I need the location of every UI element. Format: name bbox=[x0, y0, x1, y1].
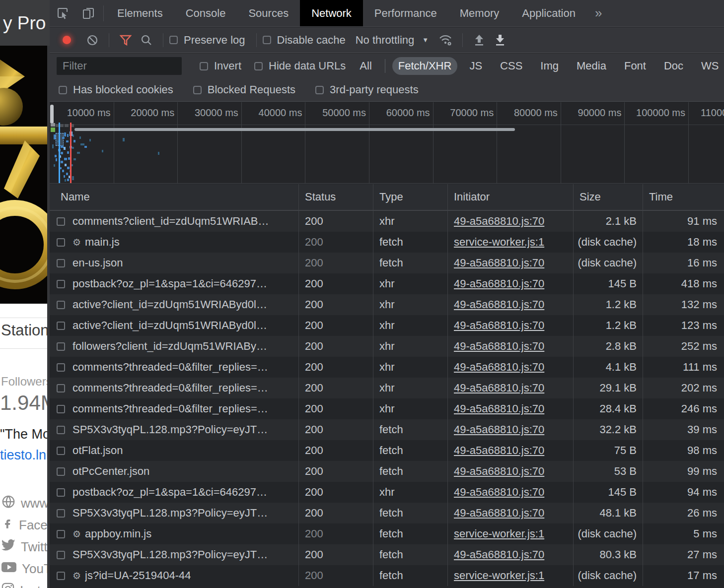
initiator-cell[interactable]: 49-a5a68810.js:70 bbox=[448, 461, 574, 482]
row-checkbox[interactable] bbox=[57, 238, 65, 247]
initiator-cell[interactable]: 49-a5a68810.js:70 bbox=[448, 211, 574, 232]
record-network-log-button[interactable] bbox=[63, 36, 71, 44]
social-link[interactable]: Faceb bbox=[1, 514, 50, 536]
request-name-cell[interactable]: ⚙appboy.min.js bbox=[50, 523, 299, 544]
table-row[interactable]: postback?oz_pl=1&spa=1&ci=646297…200xhr4… bbox=[50, 482, 724, 503]
tab-elements[interactable]: Elements bbox=[106, 0, 174, 26]
initiator-cell[interactable]: service-worker.js:1 bbox=[448, 565, 574, 586]
column-header-name[interactable]: Name bbox=[50, 184, 299, 210]
initiator-link[interactable]: 49-a5a68810.js:70 bbox=[454, 402, 544, 415]
has-blocked-cookies-checkbox[interactable]: Has blocked cookies bbox=[59, 83, 173, 96]
request-name-cell[interactable]: ⚙js?id=UA-2519404-44 bbox=[50, 565, 299, 586]
initiator-cell[interactable]: 49-a5a68810.js:70 bbox=[448, 357, 574, 378]
tab-performance[interactable]: Performance bbox=[363, 0, 448, 26]
row-checkbox[interactable] bbox=[57, 447, 65, 455]
initiator-cell[interactable]: 49-a5a68810.js:70 bbox=[448, 273, 574, 294]
table-row[interactable]: active?client_id=zdUqm51WRIAByd0l…200xhr… bbox=[50, 294, 724, 315]
request-name-cell[interactable]: SP5X3v3tyqPL.128.mp3?Policy=eyJT… bbox=[50, 503, 299, 523]
device-toolbar-icon[interactable] bbox=[75, 0, 101, 26]
row-checkbox[interactable] bbox=[57, 488, 65, 497]
request-name-cell[interactable]: SP5X3v3tyqPL.128.mp3?Policy=eyJT… bbox=[50, 544, 299, 565]
filter-type-ws[interactable]: WS bbox=[695, 57, 724, 75]
export-har-icon[interactable] bbox=[490, 30, 510, 50]
row-checkbox[interactable] bbox=[57, 280, 65, 288]
table-row[interactable]: active?client_id=zdUqm51WRIAByd0l…200xhr… bbox=[50, 315, 724, 336]
row-checkbox[interactable] bbox=[57, 363, 65, 372]
artist-link[interactable]: tiesto.lnk bbox=[0, 448, 50, 463]
initiator-link[interactable]: 49-a5a68810.js:70 bbox=[454, 382, 544, 394]
blocked-requests-checkbox[interactable]: Blocked Requests bbox=[193, 83, 295, 96]
filter-input[interactable] bbox=[57, 57, 182, 75]
network-conditions-icon[interactable] bbox=[435, 30, 456, 50]
inspect-element-icon[interactable] bbox=[50, 0, 75, 26]
table-row[interactable]: ⚙main.js200fetchservice-worker.js:1(disk… bbox=[50, 232, 724, 253]
table-row[interactable]: SP5X3v3tyqPL.128.mp3?Policy=eyJT…200fetc… bbox=[50, 544, 724, 565]
initiator-cell[interactable]: 49-a5a68810.js:70 bbox=[448, 440, 574, 461]
checkbox[interactable] bbox=[254, 62, 263, 70]
table-row[interactable]: comments?threaded=0&filter_replies=…200x… bbox=[50, 378, 724, 398]
row-checkbox[interactable] bbox=[57, 530, 65, 538]
table-row[interactable]: postback?oz_pl=1&spa=1&ci=646297…200xhr4… bbox=[50, 273, 724, 294]
initiator-link[interactable]: 49-a5a68810.js:70 bbox=[454, 298, 544, 311]
initiator-cell[interactable]: 49-a5a68810.js:70 bbox=[448, 336, 574, 357]
filter-type-js[interactable]: JS bbox=[463, 57, 488, 75]
column-header-initiator[interactable]: Initiator bbox=[448, 184, 574, 210]
initiator-cell[interactable]: 49-a5a68810.js:70 bbox=[448, 419, 574, 440]
clear-network-log-icon[interactable] bbox=[82, 30, 103, 50]
row-checkbox[interactable] bbox=[57, 551, 65, 559]
column-header-type[interactable]: Type bbox=[373, 184, 448, 210]
table-row[interactable]: en-us.json200fetch49-a5a68810.js:70(disk… bbox=[50, 253, 724, 273]
disable-cache-checkbox[interactable]: Disable cache bbox=[263, 34, 346, 47]
request-name-cell[interactable]: SP5X3v3tyqPL.128.mp3?Policy=eyJT… bbox=[50, 419, 299, 440]
social-link[interactable]: Twitte bbox=[1, 536, 50, 558]
request-name-cell[interactable]: postback?oz_pl=1&spa=1&ci=646297… bbox=[50, 273, 299, 294]
initiator-link[interactable]: 49-a5a68810.js:70 bbox=[454, 423, 544, 436]
filter-type-img[interactable]: Img bbox=[534, 57, 565, 75]
checkbox[interactable] bbox=[263, 36, 271, 44]
request-name-cell[interactable]: active?client_id=zdUqm51WRIAByd0l… bbox=[50, 315, 299, 336]
initiator-cell[interactable]: 49-a5a68810.js:70 bbox=[448, 398, 574, 419]
initiator-link[interactable]: 49-a5a68810.js:70 bbox=[454, 444, 544, 457]
table-row[interactable]: comments?threaded=0&filter_replies=…200x… bbox=[50, 357, 724, 378]
table-row[interactable]: SP5X3v3tyqPL.128.mp3?Policy=eyJT…200fetc… bbox=[50, 419, 724, 440]
initiator-cell[interactable]: service-worker.js:1 bbox=[448, 232, 574, 253]
initiator-cell[interactable]: 49-a5a68810.js:70 bbox=[448, 253, 574, 273]
request-name-cell[interactable]: comments?client_id=zdUqm51WRIAB… bbox=[50, 211, 299, 232]
row-checkbox[interactable] bbox=[57, 509, 65, 518]
row-checkbox[interactable] bbox=[57, 301, 65, 309]
initiator-link[interactable]: 49-a5a68810.js:70 bbox=[454, 548, 544, 561]
table-row[interactable]: comments?client_id=zdUqm51WRIAB…200xhr49… bbox=[50, 211, 724, 232]
initiator-cell[interactable]: 49-a5a68810.js:70 bbox=[448, 315, 574, 336]
filter-type-font[interactable]: Font bbox=[618, 57, 652, 75]
row-checkbox[interactable] bbox=[57, 217, 65, 226]
request-name-cell[interactable]: comments?threaded=0&filter_replies=… bbox=[50, 398, 299, 419]
column-header-time[interactable]: Time bbox=[643, 184, 724, 210]
tab-console[interactable]: Console bbox=[174, 0, 237, 26]
filter-type-css[interactable]: CSS bbox=[494, 57, 528, 75]
initiator-link[interactable]: 49-a5a68810.js:70 bbox=[454, 257, 544, 269]
initiator-cell[interactable]: 49-a5a68810.js:70 bbox=[448, 378, 574, 398]
tab-application[interactable]: Application bbox=[510, 0, 587, 26]
filter-type-media[interactable]: Media bbox=[571, 57, 612, 75]
table-row[interactable]: comments?threaded=0&filter_replies=…200x… bbox=[50, 398, 724, 419]
import-har-icon[interactable] bbox=[469, 30, 490, 50]
timeline-drag-handle[interactable] bbox=[50, 105, 54, 124]
tab-network[interactable]: Network bbox=[300, 0, 363, 26]
3rd-party-requests-checkbox[interactable]: 3rd-party requests bbox=[315, 83, 419, 96]
initiator-link[interactable]: 49-a5a68810.js:70 bbox=[454, 486, 544, 499]
table-row[interactable]: otPcCenter.json200fetch49-a5a68810.js:70… bbox=[50, 461, 724, 482]
request-name-cell[interactable]: postback?oz_pl=1&spa=1&ci=646297… bbox=[50, 482, 299, 503]
row-checkbox[interactable] bbox=[57, 259, 65, 267]
more-tabs-button[interactable]: » bbox=[587, 0, 610, 26]
request-name-cell[interactable]: otPcCenter.json bbox=[50, 461, 299, 482]
tab-memory[interactable]: Memory bbox=[448, 0, 510, 26]
row-checkbox[interactable] bbox=[57, 572, 65, 580]
row-checkbox[interactable] bbox=[57, 467, 65, 476]
table-row[interactable]: ⚙js?id=UA-2519404-44200fetchservice-work… bbox=[50, 565, 724, 586]
checkbox[interactable] bbox=[315, 86, 324, 94]
initiator-cell[interactable]: 49-a5a68810.js:70 bbox=[448, 294, 574, 315]
checkbox[interactable] bbox=[169, 36, 178, 44]
social-link[interactable]: www.t bbox=[1, 492, 50, 514]
request-name-cell[interactable]: comments?threaded=0&filter_replies=… bbox=[50, 357, 299, 378]
request-name-cell[interactable]: en-us.json bbox=[50, 253, 299, 273]
